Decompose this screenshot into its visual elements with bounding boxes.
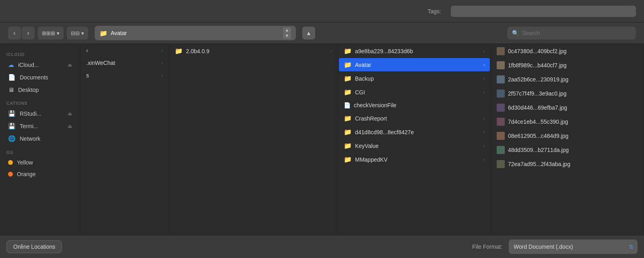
eject-icloud-icon[interactable]: ⏏: [68, 62, 72, 68]
list-item[interactable]: 0c47380d...409bcf2.jpg: [492, 44, 643, 58]
panel-4: 0c47380d...409bcf2.jpg 1fb8f989c...b440c…: [491, 44, 644, 235]
list-item[interactable]: 📄 checkVersionFile: [339, 99, 490, 111]
sidebar-item-documents[interactable]: 📄 Documents: [2, 71, 78, 83]
view-grid-chevron: ▾: [81, 30, 84, 36]
sidebar-tags-section: gs: [0, 145, 80, 156]
item-label: s: [86, 72, 89, 79]
grid-icon: ⊟⊟: [71, 30, 80, 36]
eject-termi-icon[interactable]: ⏏: [68, 123, 72, 129]
path-arrow-down[interactable]: ▼: [283, 33, 291, 39]
view-grid-button[interactable]: ⊟⊟ ▾: [67, 27, 88, 40]
desktop-icon: 🖥: [8, 86, 14, 93]
item-label: a9e8ba229...84233d6b: [355, 48, 413, 54]
image-thumbnail: [497, 75, 505, 83]
chevron-icon: ›: [483, 89, 485, 95]
list-item[interactable]: 📁 d41d8cd98...8ecf8427e ›: [339, 125, 490, 139]
online-locations-button[interactable]: Online Locations: [6, 240, 62, 253]
item-label: checkVersionFile: [354, 102, 396, 108]
documents-icon: 📄: [8, 74, 16, 81]
list-item[interactable]: 08e612905...c484d9.jpg: [492, 129, 643, 143]
folder-icon: 📁: [344, 88, 352, 96]
chevron-icon: ›: [483, 48, 485, 54]
sidebar-item-termi-label: Termi...: [20, 123, 38, 129]
path-arrow-up[interactable]: ▲: [283, 27, 291, 33]
image-thumbnail: [497, 132, 505, 140]
list-item[interactable]: 6d30d446...69efba7.jpg: [492, 101, 643, 114]
sidebar-item-network[interactable]: 🌐 Network: [2, 133, 78, 145]
sidebar-item-termi[interactable]: 💾 Termi... ⏏: [2, 120, 78, 132]
list-item[interactable]: 📁 CGI ›: [339, 85, 490, 99]
file-format-select-wrapper: Word Document (.docx) PDF Plain Text (.t…: [509, 239, 638, 254]
image-thumbnail: [497, 89, 505, 98]
sidebar-locations-section: cations: [0, 96, 80, 107]
list-item[interactable]: s ›: [81, 69, 168, 81]
rstudio-icon: 💾: [8, 110, 16, 117]
path-folder-icon: 📁: [99, 29, 107, 37]
image-thumbnail: [497, 61, 505, 69]
list-item[interactable]: 📁 KeyValue ›: [339, 139, 490, 152]
sidebar-item-rstudio[interactable]: 💾 RStudi... ⏏: [2, 108, 78, 120]
panel-3: 📁 a9e8ba229...84233d6b › 📁 Avatar › 📁 Ba…: [338, 44, 491, 235]
list-item[interactable]: 📁 a9e8ba229...84233d6b ›: [339, 44, 490, 58]
list-item[interactable]: ‹ ›: [81, 44, 168, 56]
sidebar: iCloud ☁ iCloud... ⏏ 📄 Documents 🖥 Deskt…: [0, 44, 80, 235]
list-item[interactable]: 48dd3509...b2711da.jpg: [492, 143, 643, 157]
sidebar-item-desktop[interactable]: 🖥 Desktop: [2, 84, 78, 96]
expand-button[interactable]: ▲: [302, 27, 315, 40]
item-label: d41d8cd98...8ecf8427e: [355, 129, 414, 135]
file-browser: ‹ › .xinWeChat › s › 📁 2.0b4.0.9 › 📁: [80, 44, 644, 235]
list-item[interactable]: 2aa52b6ce...230919.jpg: [492, 73, 643, 86]
item-label: CGI: [355, 89, 365, 96]
folder-icon: 📁: [344, 142, 352, 150]
item-label: CrashReport: [355, 115, 387, 122]
eject-rstudio-icon[interactable]: ⏏: [68, 111, 72, 117]
list-item[interactable]: 📁 CrashReport ›: [339, 112, 490, 125]
sidebar-item-orange[interactable]: Orange: [2, 169, 78, 180]
nav-buttons: ‹ ›: [8, 27, 35, 40]
chevron-icon: ›: [483, 116, 485, 121]
list-item[interactable]: 📁 2.0b4.0.9 ›: [170, 44, 337, 58]
path-arrows: ▲ ▼: [283, 27, 291, 39]
tags-input[interactable]: [451, 6, 636, 17]
sidebar-item-icloud[interactable]: ☁ iCloud... ⏏: [2, 59, 78, 71]
item-label: 48dd3509...b2711da.jpg: [508, 147, 569, 153]
list-item[interactable]: 2f57c7f4f9...3e9ac0.jpg: [492, 87, 643, 100]
list-item[interactable]: .xinWeChat ›: [81, 57, 168, 69]
sidebar-item-rstudio-label: RStudi...: [20, 110, 41, 117]
chevron-icon: ›: [483, 62, 485, 68]
image-thumbnail: [497, 47, 505, 55]
image-thumbnail: [497, 146, 505, 154]
file-format-select[interactable]: Word Document (.docx) PDF Plain Text (.t…: [509, 239, 638, 254]
termi-icon: 💾: [8, 123, 16, 130]
list-item[interactable]: 📁 Backup ›: [339, 72, 490, 85]
folder-icon: 📁: [344, 47, 352, 55]
list-item[interactable]: 7d4ce1eb4...55c390.jpg: [492, 115, 643, 129]
sidebar-item-orange-label: Orange: [17, 171, 36, 177]
nav-forward-button[interactable]: ›: [22, 27, 35, 40]
search-input[interactable]: [522, 30, 631, 36]
search-bar-container: 🔍: [507, 27, 636, 40]
nav-back-button[interactable]: ‹: [8, 27, 21, 40]
item-label: MMappedKV: [355, 156, 388, 163]
chevron-icon: ›: [483, 76, 485, 81]
chevron-icon: ›: [483, 157, 485, 162]
list-item[interactable]: 72ea7ad95...2f43aba.jpg: [492, 157, 643, 171]
sidebar-item-icloud-label: iCloud...: [18, 62, 39, 68]
list-item[interactable]: 📁 MMappedKV ›: [339, 153, 490, 166]
chevron-icon: ›: [161, 48, 163, 53]
item-label: 1fb8f989c...b440cf7.jpg: [508, 62, 567, 69]
item-label: .xinWeChat: [86, 60, 115, 66]
list-item[interactable]: 1fb8f989c...b440cf7.jpg: [492, 58, 643, 72]
view-columns-button[interactable]: ⊞⊞⊞ ▾: [38, 27, 64, 40]
chevron-icon: ›: [483, 129, 485, 135]
main-content: iCloud ☁ iCloud... ⏏ 📄 Documents 🖥 Deskt…: [0, 44, 644, 235]
chevron-icon: ›: [161, 60, 163, 66]
tags-label: Tags:: [428, 8, 441, 15]
sidebar-item-documents-label: Documents: [20, 74, 48, 81]
list-item[interactable]: 📁 Avatar ›: [339, 58, 490, 71]
sidebar-item-yellow[interactable]: Yellow: [2, 157, 78, 168]
item-label: ‹: [86, 47, 88, 54]
sidebar-item-yellow-label: Yellow: [17, 159, 33, 166]
yellow-tag-icon: [8, 160, 13, 165]
folder-icon: 📁: [344, 128, 352, 136]
